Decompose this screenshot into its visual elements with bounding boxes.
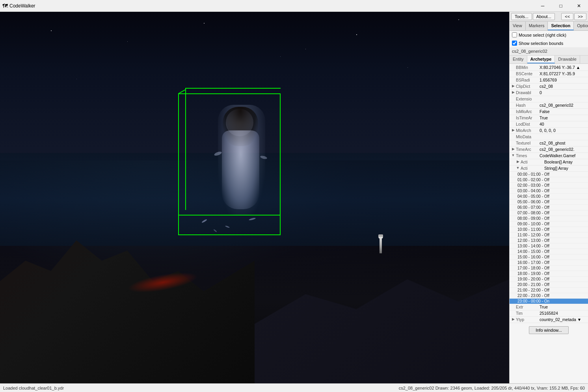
time-entry-15[interactable]: 15:00 - 16:00 - Off [510,255,588,260]
time-entry-18[interactable]: 18:00 - 19:00 - Off [510,271,588,277]
sub-tab-entity[interactable]: Entity [510,56,527,63]
selected-name: cs2_08_generic02 [510,47,588,56]
time-entry-5[interactable]: 05:00 - 06:00 - Off [510,199,588,205]
time-entry-2[interactable]: 02:00 - 03:00 - Off [510,183,588,188]
time-entry-3[interactable]: 03:00 - 04:00 - Off [510,188,588,194]
ghost-figure [214,105,269,219]
about-button[interactable]: About... [533,13,555,20]
time-slots: 00:00 - 01:00 - Off01:00 - 02:00 - Off02… [510,172,588,304]
show-bounds-row: Show selection bounds [510,39,588,47]
close-button[interactable]: ✕ [570,0,588,12]
time-entry-4[interactable]: 04:00 - 05:00 - Off [510,194,588,199]
prop-ismloarc: IsMloArc False [510,109,588,115]
statusbar-left: Loaded cloudhat_clear01_b.ydr [3,386,64,390]
statusbar-right: cs2_08_generic02 Drawn: 2346 geom, Loade… [399,386,585,390]
show-bounds-label[interactable]: Show selection bounds [519,41,563,46]
sub-tab-drawable[interactable]: Drawable [555,56,580,63]
time-entry-1[interactable]: 01:00 - 02:00 - Off [510,177,588,183]
toolbar: Tools... About... << >> [510,12,588,22]
prop-tim: Tim 25165824 [510,310,588,317]
time-entry-0[interactable]: 00:00 - 01:00 - Off [510,172,588,177]
prop-bscente: BSCente X:81.07227 Y:-35.9 [510,71,588,77]
property-list: BBMin X:80.27046 Y:-36.7 ▲ BSCente X:81.… [510,64,588,324]
minimize-button[interactable]: ─ [534,0,552,12]
time-entry-7[interactable]: 07:00 - 08:00 - Off [510,210,588,216]
back-button[interactable]: << [561,13,573,20]
prop-texturei: TextureI cs2_08_ghost [510,140,588,147]
tab-markers[interactable]: Markers [526,22,548,30]
mouse-select-row: Mouse select (right click) [510,31,588,39]
tab-selection[interactable]: Selection [548,22,574,30]
time-entry-20[interactable]: 20:00 - 21:00 - Off [510,282,588,288]
prop-loddist: LodDist 40 [510,121,588,128]
time-entry-19[interactable]: 19:00 - 20:00 - Off [510,277,588,282]
app-title: CodeWalker [9,3,534,9]
tab-view[interactable]: View [510,22,526,30]
maximize-button[interactable]: □ [552,0,570,12]
time-entry-17[interactable]: 17:00 - 18:00 - Off [510,266,588,271]
time-entry-6[interactable]: 06:00 - 07:00 - Off [510,205,588,210]
time-entry-14[interactable]: 14:00 - 15:00 - Off [510,249,588,255]
info-window-button[interactable]: Info window... [529,326,569,334]
statusbar: Loaded cloudhat_clear01_b.ydr cs2_08_gen… [0,383,588,392]
titlebar: 🗺 CodeWalker ─ □ ✕ [0,0,588,12]
prop-extr: Extr True [510,304,588,310]
stars-7 [458,19,459,20]
particles [194,216,272,240]
stars-8 [76,79,77,79]
prop-clipdict[interactable]: ▶ ClipDict cs2_08 [510,84,588,90]
time-entry-8[interactable]: 08:00 - 09:00 - Off [510,216,588,221]
prop-mloarch[interactable]: ▶ MloArch 0, 0, 0, 0 [510,128,588,134]
time-entry-21[interactable]: 21:00 - 22:00 - Off [510,288,588,293]
prop-extensio: Extensio [510,96,588,102]
prop-istimear: IsTimeAr True [510,115,588,121]
forward-button[interactable]: >> [574,13,586,20]
time-entry-12[interactable]: 12:00 - 13:00 - Off [510,238,588,243]
time-entry-22[interactable]: 22:00 - 23:00 - Off [510,293,588,299]
lighthouse [380,238,382,253]
nav-tabs: View Markers Selection Options [510,22,588,31]
time-entry-10[interactable]: 10:00 - 11:00 - Off [510,227,588,232]
prop-timearc[interactable]: ▶ TimeArc cs2_08_generic02. [510,147,588,153]
time-entry-11[interactable]: 11:00 - 12:00 - Off [510,232,588,238]
time-entry-23[interactable]: 23:00 - 00:00 - On [510,299,588,304]
viewport[interactable] [0,12,509,383]
sub-tab-archetype[interactable]: Archetype [527,56,555,63]
show-bounds-checkbox[interactable] [512,41,517,46]
window-controls: ─ □ ✕ [534,0,588,12]
app-icon: 🗺 [2,3,8,9]
time-entry-16[interactable]: 16:00 - 17:00 - Off [510,260,588,266]
prop-times[interactable]: ▼ Times CodeWalker.Gamef [510,153,588,159]
prop-mlodata: MloData [510,134,588,140]
tools-button[interactable]: Tools... [511,13,532,20]
time-entry-13[interactable]: 13:00 - 14:00 - Off [510,243,588,249]
time-entry-9[interactable]: 09:00 - 10:00 - Off [510,221,588,227]
right-panel: Tools... About... << >> View Markers Sel… [509,12,588,383]
mouse-select-checkbox[interactable] [512,32,517,37]
panel-content: Mouse select (right click) Show selectio… [510,31,588,383]
prop-bsradi: BSRadi 1.656769 [510,77,588,84]
mouse-select-label[interactable]: Mouse select (right click) [519,33,566,37]
prop-bbmin: BBMin X:80.27046 Y:-36.7 ▲ [510,65,588,71]
prop-hash: Hash cs2_08_generic02 [510,102,588,109]
prop-times-str[interactable]: ▼ Acti String[] Array [510,165,588,172]
tab-options[interactable]: Options [574,22,588,30]
stars-4 [280,56,281,57]
prop-times-bool[interactable]: ▶ Acti Boolean[] Array [510,159,588,165]
prop-ytyp[interactable]: ▶ Ytyp country_02_metada ▼ [510,317,588,323]
main-area: Tools... About... << >> View Markers Sel… [0,12,588,383]
prop-drawabl[interactable]: ▶ Drawabl 0 [510,90,588,96]
sub-tabs: Entity Archetype Drawable [510,56,588,64]
